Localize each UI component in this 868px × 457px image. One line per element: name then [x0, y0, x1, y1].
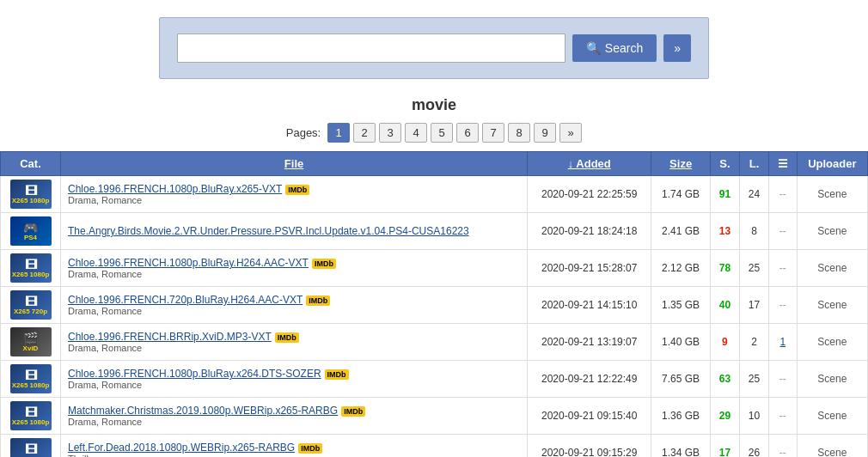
completed-cell-7: -- — [769, 435, 798, 458]
file-sub-6: Drama, Romance — [68, 417, 520, 427]
cat-label: X265 1080p — [12, 271, 50, 278]
file-link-7[interactable]: Left.For.Dead.2018.1080p.WEBRip.x265-RAR… — [68, 442, 295, 454]
uploader-cell-3: Scene — [797, 287, 867, 324]
leechers-cell-1: 8 — [739, 213, 768, 250]
page-btn-3[interactable]: 3 — [379, 123, 401, 143]
page-btn-8[interactable]: 8 — [508, 123, 530, 143]
added-cell-1: 2020-09-21 18:24:18 — [528, 213, 651, 250]
col-header-2: ↓ Added — [528, 152, 651, 176]
table-row: 🎞X265 720pChloe.1996.FRENCH.720p.BluRay.… — [1, 287, 868, 324]
table-row: 🎞X265 1080pChloe.1996.FRENCH.1080p.BluRa… — [1, 176, 868, 213]
completed-cell-0: -- — [769, 176, 798, 213]
size-cell-6: 1.36 GB — [651, 398, 711, 435]
uploader-cell-2: Scene — [797, 250, 867, 287]
x265-icon: 🎞 — [25, 406, 37, 418]
file-sub-2: Drama, Romance — [68, 269, 520, 279]
pages-label: Pages: — [286, 126, 321, 139]
file-sub-4: Drama, Romance — [68, 343, 520, 353]
file-link-1[interactable]: The.Angry.Birds.Movie.2.VR.Under.Pressur… — [68, 225, 469, 237]
search-icon: 🔍 — [586, 41, 601, 55]
uploader-cell-0: Scene — [797, 176, 867, 213]
file-link-4[interactable]: Chloe.1996.FRENCH.BRRip.XviD.MP3-VXT — [68, 331, 272, 343]
imdb-badge-0[interactable]: IMDb — [285, 185, 309, 195]
col-sort-link-3[interactable]: Size — [669, 157, 692, 170]
seeds-cell-0: 91 — [710, 176, 739, 213]
page-btn-9[interactable]: 9 — [534, 123, 556, 143]
file-link-2[interactable]: Chloe.1996.FRENCH.1080p.BluRay.H264.AAC-… — [68, 257, 309, 269]
search-input[interactable]: movie — [177, 34, 565, 63]
page-btn-4[interactable]: 4 — [405, 123, 427, 143]
table-row: 🎮PS4The.Angry.Birds.Movie.2.VR.Under.Pre… — [1, 213, 868, 250]
completed-cell-6: -- — [769, 398, 798, 435]
file-cell-1: The.Angry.Birds.Movie.2.VR.Under.Pressur… — [61, 213, 528, 250]
page-btn-7[interactable]: 7 — [482, 123, 504, 143]
pagination: Pages: 123456789» — [0, 123, 868, 143]
cat-cell-4: 🎬XviD — [1, 324, 61, 361]
file-cell-6: Matchmaker.Christmas.2019.1080p.WEBRip.x… — [61, 398, 528, 435]
search-button[interactable]: 🔍 Search — [572, 34, 657, 62]
leechers-cell-5: 25 — [739, 361, 768, 398]
table-row: 🎬XviDChloe.1996.FRENCH.BRRip.XviD.MP3-VX… — [1, 324, 868, 361]
size-cell-7: 1.34 GB — [651, 435, 711, 458]
completed-cell-2: -- — [769, 250, 798, 287]
imdb-badge-6[interactable]: IMDb — [341, 406, 365, 417]
file-sub-5: Drama, Romance — [68, 380, 520, 390]
uploader-cell-6: Scene — [797, 398, 867, 435]
cat-label: PS4 — [24, 235, 37, 241]
col-sort-link-1[interactable]: File — [284, 157, 303, 170]
cat-cell-5: 🎞X265 1080p — [1, 361, 61, 398]
col-header-4: S. — [710, 152, 739, 176]
leechers-cell-7: 26 — [739, 435, 768, 458]
leechers-cell-4: 2 — [739, 324, 768, 361]
x265-icon: 🎞 — [25, 369, 37, 381]
seeds-cell-3: 40 — [710, 287, 739, 324]
col-header-3: Size — [651, 152, 711, 176]
cat-label: X265 720p — [14, 308, 47, 315]
cat-cell-2: 🎞X265 1080p — [1, 250, 61, 287]
file-sub-7: Thriller — [68, 454, 520, 457]
size-cell-4: 1.40 GB — [651, 324, 711, 361]
completed-link-4[interactable]: 1 — [779, 336, 785, 348]
x265-icon: 🎞 — [25, 185, 37, 197]
cat-cell-7: 🎞X265 1080p — [1, 435, 61, 458]
xvid-icon: 🎬 — [23, 332, 38, 344]
file-link-5[interactable]: Chloe.1996.FRENCH.1080p.BluRay.x264.DTS-… — [68, 368, 321, 380]
uploader-cell-4: Scene — [797, 324, 867, 361]
added-cell-7: 2020-09-21 09:15:29 — [528, 435, 651, 458]
cat-cell-3: 🎞X265 720p — [1, 287, 61, 324]
imdb-badge-4[interactable]: IMDb — [275, 332, 299, 343]
page-btn-1[interactable]: 1 — [327, 123, 350, 143]
size-cell-2: 2.12 GB — [651, 250, 711, 287]
page-btn-2[interactable]: 2 — [353, 123, 376, 143]
imdb-badge-7[interactable]: IMDb — [298, 443, 322, 454]
completed-cell-1: -- — [769, 213, 798, 250]
file-link-0[interactable]: Chloe.1996.FRENCH.1080p.BluRay.x265-VXT — [68, 183, 282, 195]
col-sort-link-2[interactable]: ↓ Added — [568, 157, 611, 170]
added-cell-3: 2020-09-21 14:15:10 — [528, 287, 651, 324]
file-link-3[interactable]: Chloe.1996.FRENCH.720p.BluRay.H264.AAC-V… — [68, 294, 303, 306]
completed-cell-3: -- — [769, 287, 798, 324]
seeds-cell-6: 29 — [710, 398, 739, 435]
page-btn-6[interactable]: 6 — [456, 123, 479, 143]
file-sub-0: Drama, Romance — [68, 195, 520, 205]
file-link-6[interactable]: Matchmaker.Christmas.2019.1080p.WEBRip.x… — [68, 405, 338, 417]
x265-icon: 🎞 — [25, 296, 37, 308]
file-cell-3: Chloe.1996.FRENCH.720p.BluRay.H264.AAC-V… — [61, 287, 528, 324]
imdb-badge-3[interactable]: IMDb — [306, 296, 330, 306]
cat-cell-1: 🎮PS4 — [1, 213, 61, 250]
added-cell-6: 2020-09-21 09:15:40 — [528, 398, 651, 435]
page-btn-5[interactable]: 5 — [431, 123, 453, 143]
added-cell-2: 2020-09-21 15:28:07 — [528, 250, 651, 287]
next-button[interactable]: » — [663, 34, 691, 62]
cat-cell-0: 🎞X265 1080p — [1, 176, 61, 213]
file-cell-5: Chloe.1996.FRENCH.1080p.BluRay.x264.DTS-… — [61, 361, 528, 398]
cat-label: X265 1080p — [12, 382, 50, 389]
page-btn-»[interactable]: » — [559, 123, 582, 143]
imdb-badge-2[interactable]: IMDb — [312, 259, 336, 269]
added-cell-0: 2020-09-21 22:25:59 — [528, 176, 651, 213]
leechers-cell-6: 10 — [739, 398, 768, 435]
imdb-badge-5[interactable]: IMDb — [325, 369, 349, 380]
results-title: movie — [0, 96, 868, 114]
col-header-7: Uploader — [797, 152, 867, 176]
uploader-cell-5: Scene — [797, 361, 867, 398]
